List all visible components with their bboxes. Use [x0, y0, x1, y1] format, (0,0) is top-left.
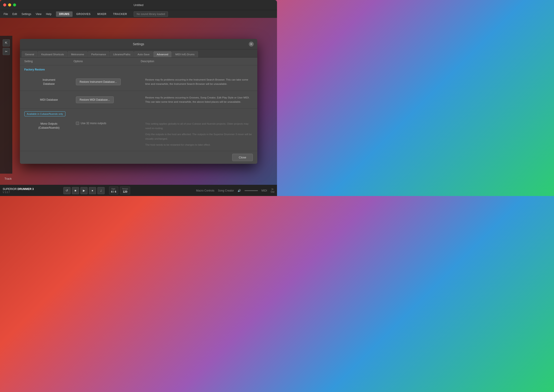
sign-value: 4 / 4	[111, 190, 116, 193]
speaker-icon: 🔊	[237, 189, 241, 192]
instrument-database-row: InstrumentDatabase Restore Instrument Da…	[20, 73, 257, 91]
record-button[interactable]: ●	[89, 187, 96, 194]
transport-controls: ↺ ■ ▶ ● ♩	[63, 187, 105, 194]
menu-bar: File Edit Settings View Help DRUMS GROOV…	[0, 10, 277, 18]
table-header: Setting Options Description	[20, 57, 257, 65]
dialog-footer: Close	[20, 151, 257, 164]
mono-outputs-checkbox[interactable]	[76, 122, 79, 125]
instrument-database-description: Restore may fix problems occurring in th…	[141, 78, 253, 86]
tab-advanced[interactable]: Advanced	[153, 51, 172, 57]
nav-tab-grooves[interactable]: GROOVES	[73, 11, 94, 17]
settings-dialog-overlay: Settings ✕ General Keyboard Shortcuts Me…	[0, 18, 277, 185]
traffic-lights	[3, 3, 16, 7]
tab-auto-save[interactable]: Auto-Save	[134, 51, 153, 57]
instrument-database-label: InstrumentDatabase	[24, 78, 74, 86]
tempo-value: 120	[122, 190, 128, 193]
menu-settings[interactable]: Settings	[20, 12, 33, 17]
midi-database-label: MIDI Database	[24, 98, 74, 102]
midi-button[interactable]: MIDI	[262, 189, 267, 192]
play-button[interactable]: ▶	[80, 187, 87, 194]
nav-tabs: DRUMS GROOVES MIXER TRACKER	[56, 11, 130, 17]
sign-tempo-area: Sign. 4 / 4 Tempo 120	[109, 187, 130, 195]
mono-outputs-label: Mono Outputs(Cubase/Nuendo)	[24, 122, 74, 130]
col-options: Options	[74, 60, 141, 63]
section-factory-restore: Factory Restore	[20, 65, 257, 73]
midi-database-description: Restore may fix problems occurring in Gr…	[141, 96, 253, 104]
menu-view[interactable]: View	[34, 12, 43, 17]
mono-desc-3: The host needs to be restarted for chang…	[145, 143, 253, 147]
tab-metronome[interactable]: Metronome	[68, 51, 87, 57]
in-out-display: InOut	[271, 188, 274, 193]
midi-database-row: MIDI Database Restore MIDI Database... R…	[20, 91, 257, 109]
mono-outputs-row: Mono Outputs(Cubase/Nuendo) Use 32 mono …	[20, 118, 257, 151]
dialog-title: Settings	[29, 42, 249, 46]
stop-button[interactable]: ■	[72, 187, 79, 194]
mono-desc-1: This setting applies globally to all of …	[145, 122, 253, 130]
menu-file[interactable]: File	[2, 12, 10, 17]
sound-library-selector[interactable]: No sound library loaded	[134, 11, 168, 17]
nav-tab-mixer[interactable]: MIXER	[94, 11, 110, 17]
main-area: ⇱ ✂ Track Settings ✕ General Keyboard Sh…	[0, 18, 277, 185]
mono-desc-2: Only the outputs in the host are affecte…	[145, 132, 253, 141]
app-logo: SUPERIOR DRUMMER 3 V 3.3.7	[3, 188, 34, 194]
menu-edit[interactable]: Edit	[11, 12, 19, 17]
dialog-header: Settings ✕	[20, 39, 257, 49]
menu-help[interactable]: Help	[44, 12, 53, 17]
nav-tab-tracker[interactable]: TRACKER	[110, 11, 130, 17]
maximize-window-button[interactable]	[13, 3, 16, 7]
time-signature-display[interactable]: Sign. 4 / 4	[109, 187, 118, 195]
tab-general[interactable]: General	[22, 51, 38, 57]
dialog-body: Setting Options Description Factory Rest…	[20, 57, 257, 151]
bottom-right-controls: Macro Controls Song Creator 🔊 MIDI InOut	[196, 188, 274, 193]
instrument-database-control: Restore Instrument Database...	[74, 78, 141, 85]
mono-outputs-control: Use 32 mono outputs	[74, 122, 141, 125]
song-creator-button[interactable]: Song Creator	[218, 189, 234, 192]
restore-midi-database-button[interactable]: Restore MIDI Database...	[76, 97, 114, 103]
midi-database-control: Restore MIDI Database...	[74, 97, 141, 103]
title-bar: Untitled	[0, 0, 277, 10]
bottom-bar: SUPERIOR DRUMMER 3 V 3.3.7 ↺ ■ ▶ ● ♩ Sig…	[0, 185, 277, 196]
metronome-button[interactable]: ♩	[97, 187, 105, 194]
tempo-label: Tempo	[122, 188, 128, 190]
tempo-display[interactable]: Tempo 120	[120, 187, 130, 195]
tab-performance[interactable]: Performance	[88, 51, 109, 57]
dialog-tabs: General Keyboard Shortcuts Metronome Per…	[20, 49, 257, 57]
close-dialog-button[interactable]: Close	[232, 154, 252, 161]
mono-outputs-checkbox-label: Use 32 mono outputs	[81, 122, 106, 125]
macro-controls-button[interactable]: Macro Controls	[196, 189, 214, 192]
close-window-button[interactable]	[3, 3, 6, 7]
mono-outputs-description: This setting applies globally to all of …	[141, 122, 253, 147]
settings-dialog: Settings ✕ General Keyboard Shortcuts Me…	[20, 39, 257, 164]
sign-label: Sign.	[111, 188, 116, 190]
loop-button[interactable]: ↺	[63, 187, 71, 194]
cubase-badge: Available in Cubase/Nuendo only	[24, 112, 66, 116]
tab-midi[interactable]: MIDI In/E-Drums	[172, 51, 198, 57]
col-setting: Setting	[24, 60, 74, 63]
tab-keyboard-shortcuts[interactable]: Keyboard Shortcuts	[38, 51, 67, 57]
col-description: Description	[141, 60, 253, 63]
window-title: Untitled	[133, 3, 143, 7]
tab-libraries-paths[interactable]: Libraries/Paths	[110, 51, 134, 57]
app-version: V 3.3.7	[3, 191, 34, 194]
minimize-window-button[interactable]	[8, 3, 11, 7]
restore-instrument-database-button[interactable]: Restore Instrument Database...	[76, 78, 121, 85]
dialog-close-x-button[interactable]: ✕	[249, 42, 254, 47]
nav-tab-drums[interactable]: DRUMS	[56, 11, 73, 17]
volume-slider[interactable]	[245, 190, 258, 191]
